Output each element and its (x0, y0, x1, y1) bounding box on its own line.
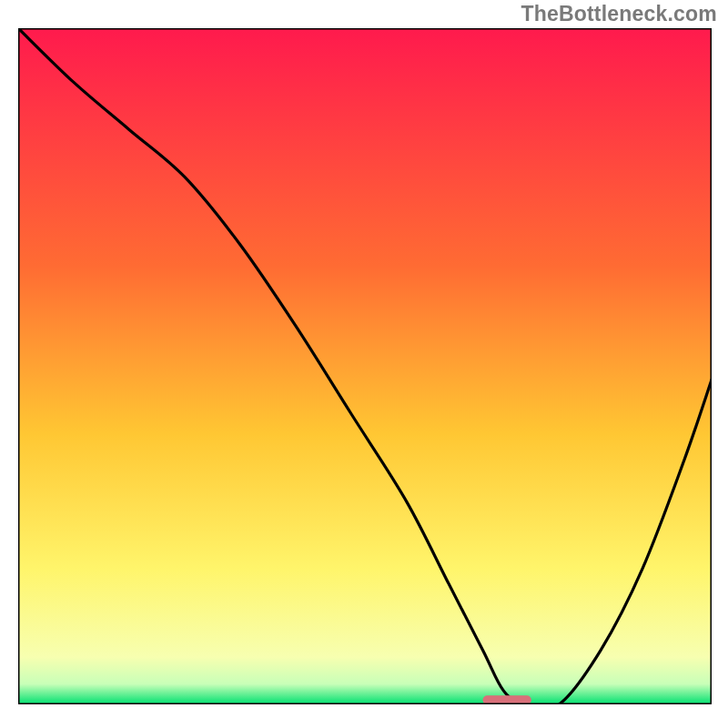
chart-wrapper: TheBottleneck.com (0, 0, 728, 728)
plot-area (18, 28, 712, 704)
watermark-label: TheBottleneck.com (521, 2, 717, 26)
bottleneck-chart (18, 28, 712, 704)
gradient-background (18, 28, 712, 704)
